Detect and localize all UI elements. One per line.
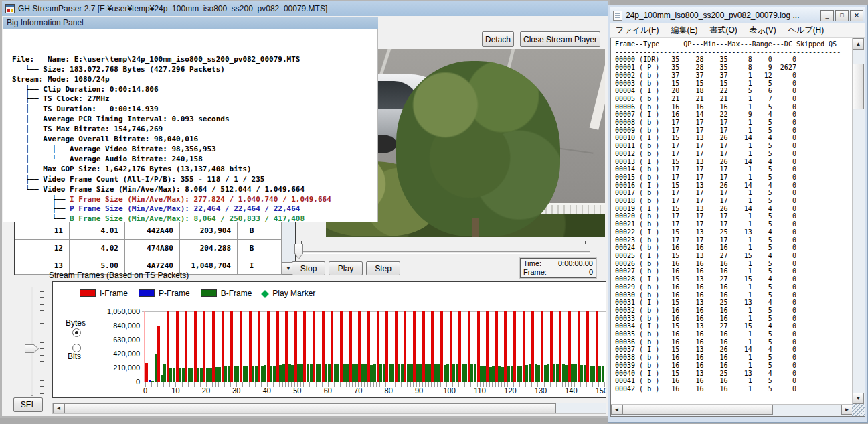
slider-tick xyxy=(585,241,586,244)
frame-bar xyxy=(228,366,230,382)
frame-bar xyxy=(556,364,559,382)
frame-bar xyxy=(444,365,446,382)
info-line: └── Video Frame Size (Min/Ave/Max): 8,06… xyxy=(12,185,377,195)
x-axis-label: 0 xyxy=(135,386,155,395)
zoom-slider-thumb[interactable] xyxy=(25,344,39,353)
info-line: ├── P Frame Size (Min/Ave/Max): 22,464 /… xyxy=(12,204,377,214)
menu-item[interactable]: 書式(O) xyxy=(709,25,737,36)
frame-bar xyxy=(446,364,449,382)
frame-bar xyxy=(559,311,561,382)
log-text[interactable]: Frame--Type QP---Min---Max---Range---DC … xyxy=(611,38,847,404)
info-line: ├── TS Duration: 0:00:14.939 xyxy=(12,104,377,115)
x-axis-label: 110 xyxy=(470,386,490,395)
x-axis-label: 40 xyxy=(257,386,277,395)
menu-item[interactable]: 表示(V) xyxy=(750,25,776,36)
detach-button[interactable]: Detach xyxy=(482,31,514,47)
frame-bar xyxy=(537,365,540,382)
time-label: Time: xyxy=(523,259,541,268)
notepad-title: 24p_100mm_iso800_ss200_pv082_00079.log .… xyxy=(626,11,800,20)
info-line: ├── Average PCR Timing Interval: 0.093 s… xyxy=(12,115,377,125)
frame-bar xyxy=(319,364,321,382)
menu-item[interactable]: ヘルプ(H) xyxy=(788,25,824,36)
info-line: │ ├── Average Video Bitrate: 98,356,953 xyxy=(12,145,377,155)
notepad-vscroll-thumb[interactable] xyxy=(853,64,864,109)
step-button[interactable]: Step xyxy=(366,261,400,275)
scroll-down-icon[interactable]: ▼ xyxy=(853,393,864,404)
scroll-left-icon[interactable]: ◄ xyxy=(611,405,622,415)
zoom-slider-track[interactable] xyxy=(31,287,33,396)
frame-bar xyxy=(343,364,346,382)
x-axis-label: 20 xyxy=(196,386,216,395)
frame-bar xyxy=(303,311,306,382)
frame-bar xyxy=(568,311,571,382)
frame-label: Frame: xyxy=(523,268,547,277)
frame-bar xyxy=(541,311,543,382)
frame-bar xyxy=(450,311,452,382)
notepad-titlebar[interactable]: 24p_100mm_iso800_ss200_pv082_00079.log .… xyxy=(610,7,865,23)
seek-slider-track[interactable] xyxy=(298,251,590,254)
minimize-icon[interactable]: _ xyxy=(820,10,834,21)
chart-horizontal-scrollbar[interactable]: ◄ xyxy=(52,403,606,414)
scroll-up-icon[interactable]: ▲ xyxy=(853,38,864,50)
frame-bar xyxy=(155,354,157,382)
frame-bar xyxy=(486,311,489,382)
frame-bar xyxy=(419,364,422,382)
app-icon xyxy=(5,4,15,13)
frame-bar xyxy=(464,364,467,382)
frame-bar xyxy=(504,311,507,382)
frame-bar xyxy=(434,364,437,382)
frame-bar xyxy=(234,366,236,382)
notepad-horizontal-scrollbar[interactable]: ◄ ► xyxy=(611,404,853,416)
frame-bar xyxy=(185,311,187,382)
notepad-vertical-scrollbar[interactable]: ▲ ▼ xyxy=(852,38,865,404)
frame-bar xyxy=(562,364,565,382)
frame-bar xyxy=(215,367,218,382)
y-axis-label: 1,050,000 xyxy=(73,307,140,315)
maximize-icon[interactable]: □ xyxy=(835,10,849,21)
frame-bar xyxy=(169,368,172,382)
info-line: ├── Clip Duration: 0:00:14.806 xyxy=(12,85,377,95)
bytes-radio[interactable] xyxy=(72,328,81,337)
frame-bar xyxy=(179,368,181,382)
frame-bar xyxy=(252,366,254,382)
table-row[interactable]: 124.02474A80204,288B xyxy=(15,240,295,257)
main-titlebar[interactable]: GH StreamParser 2.7 [E:¥user¥temp¥24p_10… xyxy=(2,1,608,16)
frame-bar xyxy=(517,366,519,382)
frame-bar xyxy=(200,368,203,382)
frame-bar xyxy=(584,365,586,382)
frame-bar xyxy=(519,366,522,382)
frame-bar xyxy=(267,311,270,382)
stop-button[interactable]: Stop xyxy=(292,261,325,275)
frame-bar xyxy=(322,311,325,382)
frame-bar xyxy=(513,311,516,382)
play-marker-icon xyxy=(262,290,269,297)
resize-grip[interactable] xyxy=(852,404,865,416)
frame-bar xyxy=(316,364,319,382)
frame-bar xyxy=(294,311,297,382)
notepad-hscroll-thumb[interactable] xyxy=(622,405,773,415)
frame-bar xyxy=(370,365,373,382)
frame-bar xyxy=(377,311,379,382)
menu-item[interactable]: ファイル(F) xyxy=(616,25,659,36)
close-icon[interactable]: ✕ xyxy=(850,10,863,21)
x-axis-label: 100 xyxy=(440,386,460,395)
frame-bar xyxy=(236,366,239,382)
table-row[interactable]: 114.01442A40203,904B xyxy=(15,222,295,240)
menu-item[interactable]: 編集(E) xyxy=(671,25,697,36)
close-stream-player-button[interactable]: Close Stream Player xyxy=(520,31,600,47)
scroll-right-icon[interactable]: ► xyxy=(841,405,853,415)
frame-table[interactable]: 114.01442A40203,904B124.02474A80204,288B… xyxy=(14,222,296,275)
info-line: File: Name: E:\user\temp\24p_100mm_iso80… xyxy=(12,55,377,65)
play-button[interactable]: Play xyxy=(329,261,363,275)
chart-scroll-thumb[interactable] xyxy=(64,403,556,413)
chart-plot-area xyxy=(145,311,606,382)
frame-bar xyxy=(398,364,400,382)
y-axis-label: 630,000 xyxy=(73,336,140,344)
frame-bar xyxy=(218,367,221,382)
scroll-left-icon[interactable]: ◄ xyxy=(53,403,64,413)
bytes-label: Bytes xyxy=(66,318,86,328)
frame-bar xyxy=(282,364,285,382)
frame-bar xyxy=(422,311,425,382)
frame-bar xyxy=(395,311,398,382)
sel-button[interactable]: SEL xyxy=(13,397,43,412)
